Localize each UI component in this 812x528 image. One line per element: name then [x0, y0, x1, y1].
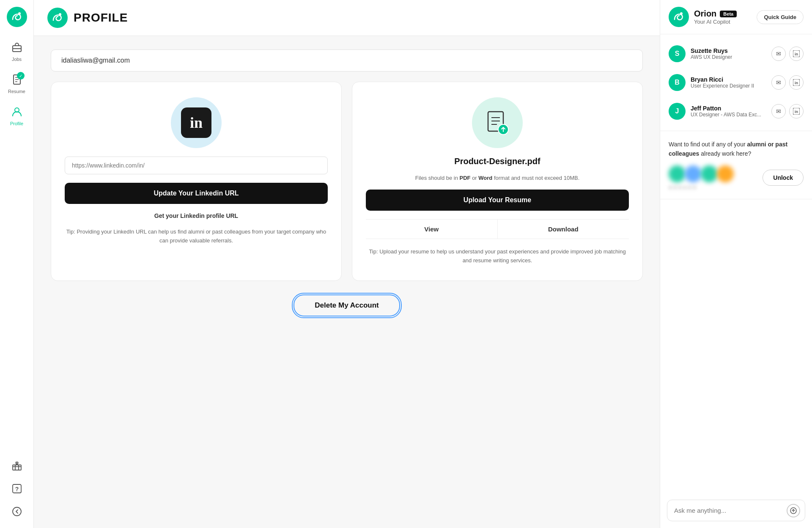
resume-upload-icon — [482, 107, 513, 138]
sidebar-item-back[interactable] — [3, 502, 31, 521]
person-icon — [11, 106, 23, 119]
svg-point-21 — [669, 7, 689, 27]
sidebar: Jobs ✓ Resume Profile — [0, 0, 34, 528]
alumni-description: Want to find out if any of your alumni o… — [669, 140, 804, 159]
linkedin-tip: Tip: Providing your LinkedIn URL can hel… — [65, 228, 328, 245]
email-bryan-button[interactable]: ✉ — [771, 75, 786, 90]
alumni-preview: ● ● ● ● ● ● — [669, 165, 734, 190]
linkedin-logo: in — [181, 107, 211, 138]
contact-info-jeff: Jeff Patton UX Designer - AWS Data Exc..… — [691, 105, 766, 118]
update-linkedin-button[interactable]: Update Your Linkedin URL — [65, 183, 328, 204]
blurred-names: ● ● ● ● ● ● — [669, 184, 734, 190]
sidebar-item-jobs-label: Jobs — [12, 57, 22, 62]
linkedin-url-input[interactable] — [65, 157, 328, 174]
contact-avatar-bryan: B — [669, 74, 686, 91]
contact-role: User Experience Designer II — [691, 83, 766, 89]
svg-point-14 — [47, 8, 68, 28]
alumni-row: ● ● ● ● ● ● Unlock — [669, 165, 804, 190]
contact-role: UX Designer - AWS Data Exc... — [691, 112, 766, 118]
arrow-left-icon — [11, 506, 22, 517]
svg-point-15 — [59, 13, 61, 16]
quick-guide-button[interactable]: Quick Guide — [757, 10, 804, 24]
delete-account-row: Delete My Account — [51, 294, 643, 316]
svg-point-1 — [18, 12, 21, 15]
sidebar-item-help[interactable]: ? — [3, 479, 31, 498]
blurred-avatar-3 — [701, 165, 718, 182]
profile-cards: in Update Your Linkedin URL Get your Lin… — [51, 82, 643, 281]
chat-send-button[interactable] — [787, 504, 800, 517]
resume-format-note: Files should be in PDF or Word format an… — [415, 175, 580, 181]
document-icon: ✓ — [11, 74, 23, 87]
chat-input[interactable] — [667, 500, 805, 521]
contact-info-suzette: Suzette Ruys AWS UX Designer — [691, 47, 766, 60]
upload-resume-button[interactable]: Upload Your Resume — [366, 190, 629, 211]
blurred-avatar-4 — [717, 165, 734, 182]
page-content: idaliasliwa@gmail.com in Update Your Lin… — [34, 36, 660, 528]
page-title: PROFILE — [74, 11, 128, 25]
contact-info-bryan: Bryan Ricci User Experience Designer II — [691, 76, 766, 89]
chat-input-wrapper — [667, 500, 805, 521]
contact-avatar-suzette: S — [669, 45, 686, 62]
right-panel: Orion Beta Your AI Copilot Quick Guide S… — [660, 0, 812, 528]
orion-title: Orion Beta — [694, 9, 752, 19]
orion-logo — [669, 7, 689, 27]
sidebar-item-resume-label: Resume — [8, 89, 25, 94]
sidebar-item-resume[interactable]: ✓ Resume — [3, 69, 31, 98]
contact-actions: ✉ in — [771, 104, 804, 118]
email-display: idaliasliwa@gmail.com — [51, 50, 643, 72]
orion-name: Orion — [694, 9, 716, 19]
svg-point-22 — [680, 12, 683, 15]
blurred-avatar-2 — [685, 165, 702, 182]
sidebar-item-gift[interactable] — [3, 456, 31, 476]
linkedin-icon-circle: in — [171, 97, 222, 148]
orion-header: Orion Beta Your AI Copilot Quick Guide — [660, 0, 812, 34]
resume-icon-circle — [472, 97, 523, 148]
svg-point-13 — [13, 507, 21, 516]
get-linkedin-url-link[interactable]: Get your Linkedin profile URL — [154, 212, 238, 219]
download-resume-button[interactable]: Download — [498, 220, 629, 239]
orion-subtitle: Your AI Copilot — [694, 19, 752, 25]
svg-text:in: in — [795, 110, 798, 114]
contact-avatar-jeff: J — [669, 103, 686, 120]
blurred-avatar-1 — [669, 165, 686, 182]
linkedin-bryan-button[interactable]: in — [789, 75, 804, 90]
unlock-button[interactable]: Unlock — [763, 170, 804, 186]
svg-text:in: in — [795, 52, 798, 56]
contact-role: AWS UX Designer — [691, 54, 766, 60]
briefcase-icon — [11, 41, 23, 55]
contact-name: Bryan Ricci — [691, 76, 766, 83]
linkedin-jeff-button[interactable]: in — [789, 104, 804, 118]
contact-actions: ✉ in — [771, 75, 804, 90]
resume-badge: ✓ — [17, 72, 25, 80]
contact-name: Jeff Patton — [691, 105, 766, 112]
question-icon: ? — [11, 483, 22, 494]
main-area: PROFILE idaliasliwa@gmail.com in Update … — [34, 0, 660, 528]
email-jeff-button[interactable]: ✉ — [771, 104, 786, 118]
app-logo — [7, 7, 27, 27]
delete-account-button[interactable]: Delete My Account — [294, 294, 400, 316]
svg-point-0 — [7, 7, 27, 27]
sidebar-bottom: ? — [3, 456, 31, 521]
resume-tip: Tip: Upload your resume to help us under… — [366, 248, 629, 265]
svg-text:in: in — [795, 81, 798, 85]
contact-name: Suzette Ruys — [691, 47, 766, 54]
svg-rect-10 — [15, 465, 19, 470]
resume-card: Product-Designer.pdf Files should be in … — [352, 82, 643, 281]
alumni-section: Want to find out if any of your alumni o… — [660, 131, 812, 199]
svg-text:?: ? — [15, 486, 19, 492]
view-resume-button[interactable]: View — [366, 220, 497, 239]
view-download-row: View Download — [366, 219, 629, 239]
linkedin-card: in Update Your Linkedin URL Get your Lin… — [51, 82, 342, 281]
sidebar-item-profile-label: Profile — [10, 121, 23, 126]
chat-input-area — [660, 493, 812, 528]
linkedin-suzette-button[interactable]: in — [789, 47, 804, 61]
email-suzette-button[interactable]: ✉ — [771, 47, 786, 61]
orion-title-group: Orion Beta Your AI Copilot — [694, 9, 752, 25]
contact-actions: ✉ in — [771, 47, 804, 61]
sidebar-item-profile[interactable]: Profile — [3, 102, 31, 130]
page-header: PROFILE — [34, 0, 660, 36]
contact-item: S Suzette Ruys AWS UX Designer ✉ in — [660, 39, 812, 68]
contact-item: J Jeff Patton UX Designer - AWS Data Exc… — [660, 97, 812, 126]
contacts-list: S Suzette Ruys AWS UX Designer ✉ in B Br… — [660, 34, 812, 131]
sidebar-item-jobs[interactable]: Jobs — [3, 37, 31, 66]
